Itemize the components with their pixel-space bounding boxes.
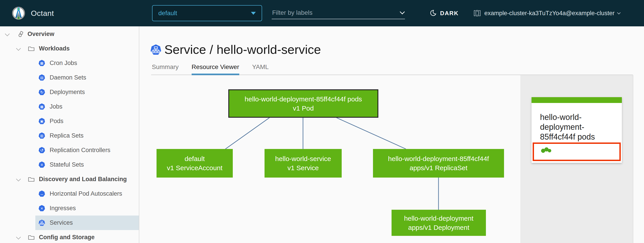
k8s-ingress-icon	[38, 205, 45, 212]
k8s-replicationcontroller-icon	[38, 147, 45, 154]
k8s-deployment-icon	[38, 89, 45, 96]
sidebar-item-label: Cron Jobs	[50, 60, 77, 67]
sidebar-item-replica-sets[interactable]: Replica Sets	[35, 128, 139, 143]
chevron-down-icon[interactable]	[400, 9, 405, 14]
k8s-job-icon	[38, 103, 45, 110]
sidebar-item-label: Pods	[50, 118, 64, 125]
cluster-icon	[474, 10, 481, 16]
sidebar-item-label: Replication Controllers	[50, 147, 110, 154]
k8s-service-icon	[150, 44, 162, 55]
graph-node-kind: apps/v1 Deployment	[408, 223, 469, 232]
graph-node-name: default	[184, 154, 204, 163]
octant-logo-icon	[12, 6, 26, 20]
folder-icon	[28, 176, 35, 183]
sidebar-item-label: Jobs	[50, 103, 62, 110]
graph-node-serviceaccount[interactable]: default v1 ServiceAccount	[156, 149, 233, 178]
k8s-pod-icon	[38, 118, 45, 125]
sidebar-item-label: Services	[50, 219, 73, 226]
k8s-statefulset-icon	[38, 162, 45, 168]
minimap-card-title: hello-world-deployment-85ff4cf44f pods	[540, 112, 607, 142]
sidebar-item-label: Workloads	[39, 45, 70, 52]
octant-app: Octant default DARK example-cluster-ka3T…	[0, 0, 644, 243]
chevron-down-icon[interactable]	[5, 32, 10, 37]
pod-status-dots	[541, 147, 550, 153]
graph-node-name: hello-world-deployment-85ff4cf44f pods	[245, 94, 362, 104]
moon-icon	[430, 9, 437, 17]
sidebar-item-stateful-sets[interactable]: Stateful Sets	[35, 157, 139, 172]
graph-node-replicaset[interactable]: hello-world-deployment-85ff4cf44f apps/v…	[373, 149, 504, 178]
scrollbar-track[interactable]	[633, 75, 644, 243]
chevron-down-icon[interactable]	[16, 46, 21, 51]
k8s-service-icon	[38, 220, 45, 226]
graph-node-kind: v1 ServiceAccount	[167, 163, 222, 172]
graph-node-name: hello-world-deployment	[404, 214, 474, 223]
k8s-cronjob-icon	[38, 60, 45, 67]
graph-minimap-panel: hello-world-deployment-85ff4cf44f pods	[520, 75, 633, 243]
k8s-replicaset-icon	[38, 132, 45, 139]
tab-yaml[interactable]: YAML	[252, 63, 269, 75]
minimap-node-card[interactable]: hello-world-deployment-85ff4cf44f pods	[532, 97, 622, 163]
graph-node-kind: v1 Pod	[293, 104, 314, 113]
sidebar-item-label: Ingresses	[50, 205, 76, 212]
label-filter	[272, 7, 405, 19]
applications-icon	[18, 31, 24, 38]
sidebar-item-label: Deployments	[50, 89, 85, 96]
sidebar-item-label: Daemon Sets	[50, 74, 86, 81]
sidebar-item-label: Discovery and Load Balancing	[39, 176, 127, 183]
tab-summary[interactable]: Summary	[152, 63, 179, 75]
k8s-hpa-icon	[38, 191, 45, 197]
sidebar-item-overview[interactable]: Overview	[0, 27, 139, 41]
sidebar-item-label: Stateful Sets	[50, 161, 84, 168]
sidebar-item-replication-controllers[interactable]: Replication Controllers	[35, 143, 139, 157]
namespace-dropdown-value: default	[158, 9, 251, 17]
tab-resource-viewer[interactable]: Resource Viewer	[192, 63, 239, 75]
label-filter-input[interactable]	[272, 9, 398, 16]
sidebar-item-jobs[interactable]: Jobs	[35, 99, 139, 114]
graph-node-kind: apps/v1 ReplicaSet	[410, 163, 468, 172]
sidebar-group-config-and-storage[interactable]: Config and Storage	[0, 230, 139, 243]
graph-node-name: hello-world-service	[275, 154, 331, 163]
folder-icon	[28, 234, 35, 241]
chevron-down-icon[interactable]	[16, 177, 21, 182]
pod-status-highlight-box	[533, 143, 621, 161]
theme-toggle-label: DARK	[440, 10, 459, 17]
sidebar-item-ingresses[interactable]: Ingresses	[35, 201, 139, 216]
graph-node-deployment[interactable]: hello-world-deployment apps/v1 Deploymen…	[392, 210, 486, 236]
sidebar-item-label: Horizontal Pod Autoscalers	[50, 190, 122, 197]
sidebar-item-label: Config and Storage	[39, 234, 94, 241]
sidebar-item-deployments[interactable]: Deployments	[35, 85, 139, 99]
brand: Octant	[12, 0, 54, 26]
sidebar-item-label: Overview	[28, 31, 54, 37]
sidebar-nav: Overview Workloads Cron Jobs Daemon Sets…	[0, 26, 139, 243]
folder-icon	[28, 45, 35, 52]
sidebar-group-discovery-and-load-balancing[interactable]: Discovery and Load Balancing	[0, 172, 139, 187]
sidebar-item-label: Replica Sets	[50, 132, 84, 139]
cluster-context-selector[interactable]: example-cluster-ka3TuTzYo4a@example-clus…	[474, 0, 620, 26]
graph-node-kind: v1 Service	[287, 163, 319, 172]
sidebar-group-workloads[interactable]: Workloads	[0, 41, 139, 56]
page-title: Service / hello-world-service	[164, 42, 321, 57]
app-header: Octant default DARK example-cluster-ka3T…	[0, 0, 644, 26]
theme-toggle[interactable]: DARK	[430, 0, 459, 26]
chevron-down-icon	[617, 11, 621, 14]
dropdown-caret-icon	[251, 12, 256, 15]
namespace-dropdown[interactable]: default	[152, 5, 262, 21]
app-title: Octant	[31, 9, 54, 18]
main-content: Service / hello-world-service Summary Re…	[139, 26, 644, 243]
graph-node-service[interactable]: hello-world-service v1 Service	[264, 149, 342, 178]
graph-node-name: hello-world-deployment-85ff4cf44f	[388, 154, 489, 163]
minimap-card-header	[532, 97, 622, 103]
sidebar-item-cron-jobs[interactable]: Cron Jobs	[35, 56, 139, 70]
sidebar-item-pods[interactable]: Pods	[35, 114, 139, 128]
sidebar-item-daemon-sets[interactable]: Daemon Sets	[35, 70, 139, 85]
graph-node-pod[interactable]: hello-world-deployment-85ff4cf44f pods v…	[228, 89, 378, 118]
cluster-context-value: example-cluster-ka3TuTzYo4a@example-clus…	[484, 10, 614, 17]
pod-status-dot	[548, 149, 551, 152]
tab-bar: Summary Resource Viewer YAML	[152, 63, 282, 75]
sidebar-item-horizontal-pod-autoscalers[interactable]: Horizontal Pod Autoscalers	[35, 187, 139, 201]
k8s-daemonset-icon	[38, 74, 45, 81]
sidebar-item-services[interactable]: Services	[35, 216, 139, 230]
chevron-down-icon[interactable]	[16, 235, 21, 240]
